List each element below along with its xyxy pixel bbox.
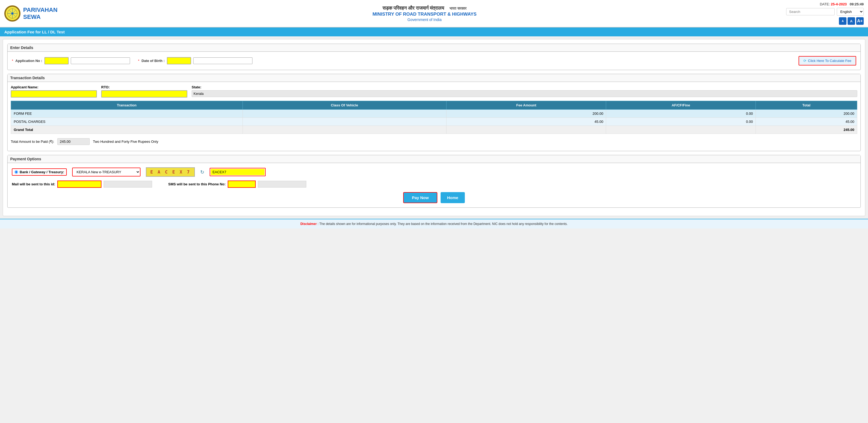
row2-vehicle-class [243, 118, 446, 126]
mail-input-ext[interactable] [104, 181, 152, 188]
state-label: State: [192, 85, 857, 89]
header-right: DATE: 25-4-2023 09:25:49 English Hindi A… [786, 2, 864, 25]
home-button[interactable]: Home [441, 192, 465, 203]
app-no-label: Application No : [16, 59, 42, 63]
applicant-field: Applicant Name: [11, 85, 97, 97]
grand-total-label: Grand Total [11, 126, 243, 134]
main-content: Enter Details * Application No : * Date … [3, 39, 865, 216]
grand-total-row: Grand Total 245.00 [11, 126, 857, 134]
payment-body: Bank / Gateway / Treasury: KERALA New e-… [7, 163, 861, 207]
col-total: Total [756, 101, 857, 110]
logo: PARIVAHAN SEWA [4, 5, 58, 22]
col-fee-amount: Fee Amount [446, 101, 606, 110]
pay-now-button[interactable]: Pay Now [403, 192, 437, 203]
fee-table: Transaction Class Of Vehicle Fee Amount … [11, 101, 857, 134]
col-transaction: Transaction [11, 101, 243, 110]
payment-row1: Bank / Gateway / Treasury: KERALA New e-… [12, 167, 856, 177]
row1-transaction: FORM FEE [11, 110, 243, 118]
app-no-group: * Application No : [12, 57, 130, 64]
payment-row2: Mail will be sent to this id: SMS will b… [12, 180, 856, 188]
mail-label: Mail will be sent to this id: [12, 182, 55, 186]
captcha-refresh-icon[interactable]: ↻ [200, 169, 204, 175]
search-input[interactable] [786, 8, 835, 16]
state-field: State: [192, 85, 857, 97]
col-af-cf-fine: AF/CF/Fine [606, 101, 756, 110]
row1-af-cf-fine: 0.00 [606, 110, 756, 118]
logo-emblem [4, 5, 21, 22]
enter-details-title: Enter Details [7, 44, 861, 52]
grand-total-value: 245.00 [756, 126, 857, 134]
dob-input-full[interactable] [193, 57, 252, 64]
payment-options-title: Payment Options [7, 155, 861, 163]
row1-fee-amount: 200.00 [446, 110, 606, 118]
mail-input-wrap [57, 180, 101, 188]
table-row: POSTAL CHARGES 45.00 0.00 45.00 [11, 118, 857, 126]
sms-group: SMS will be sent to this Phone No: [168, 180, 306, 188]
rto-field: RTO: [101, 85, 187, 97]
app-no-input-full[interactable] [71, 57, 130, 64]
dob-input[interactable] [167, 57, 191, 64]
grand-total-blank3 [606, 126, 756, 134]
gateway-select[interactable]: KERALA New e-TREASURY OTHER BANK SBI [73, 168, 140, 176]
captcha-image: E A C E X 7 [146, 167, 195, 177]
total-amount-words: Two Hundred and Forty Five Rupees Only [93, 140, 158, 144]
total-amount-row: Total Amount to be Paid (₹): Two Hundred… [11, 136, 857, 148]
gateway-radio[interactable] [14, 170, 18, 174]
grand-total-blank2 [446, 126, 606, 134]
language-select[interactable]: English Hindi [837, 8, 864, 16]
enter-details-section: Enter Details * Application No : * Date … [7, 44, 861, 70]
font-medium-button[interactable]: A [847, 17, 855, 25]
sms-input-wrap [228, 180, 256, 188]
header-controls: English Hindi [786, 8, 864, 16]
header: PARIVAHAN SEWA सड़क परिवहन और राजमार्ग म… [0, 0, 868, 27]
captcha-input-wrap [210, 168, 266, 176]
hindi-title: सड़क परिवहन और राजमार्ग मंत्रालय भारत सर… [63, 5, 786, 11]
page-title: Application Fee for LL / DL Test [4, 30, 65, 34]
transaction-body: Applicant Name: RTO: State: Transaction [7, 82, 861, 151]
dob-label: Date of Birth : [142, 59, 165, 63]
state-input[interactable] [192, 90, 857, 97]
disclaimer-label: Disclaimer [300, 222, 317, 226]
applicant-label: Applicant Name: [11, 85, 97, 89]
row1-vehicle-class [243, 110, 446, 118]
font-size-controls: A A A+ [839, 17, 864, 25]
req-star-appno: * [12, 59, 13, 63]
calculate-fee-button[interactable]: ⟳ Click Here To Calculate Fee [799, 56, 856, 65]
rto-input[interactable] [101, 90, 187, 97]
action-buttons-row: Pay Now Home [12, 192, 856, 203]
row1-total: 200.00 [756, 110, 857, 118]
enter-details-row: * Application No : * Date of Birth : ⟳ C… [7, 52, 861, 70]
gov-title: Government of India [63, 18, 786, 22]
logo-line2: SEWA [23, 13, 58, 21]
captcha-input[interactable] [211, 169, 265, 175]
table-row: FORM FEE 200.00 0.00 200.00 [11, 110, 857, 118]
rto-label: RTO: [101, 85, 187, 89]
gateway-radio-label[interactable]: Bank / Gateway / Treasury: [12, 168, 67, 176]
calc-icon: ⟳ [803, 59, 806, 63]
sms-label: SMS will be sent to this Phone No: [168, 182, 225, 186]
applicant-input[interactable] [11, 90, 97, 97]
row2-fee-amount: 45.00 [446, 118, 606, 126]
logo-line1: PARIVAHAN [23, 6, 58, 13]
date-time: DATE: 25-4-2023 09:25:49 [820, 2, 864, 6]
sms-input[interactable] [228, 181, 255, 187]
transaction-details-section: Transaction Details Applicant Name: RTO:… [7, 74, 861, 151]
col-vehicle-class: Class Of Vehicle [243, 101, 446, 110]
mail-input[interactable] [58, 181, 101, 187]
row2-transaction: POSTAL CHARGES [11, 118, 243, 126]
total-amount-label: Total Amount to be Paid (₹): [11, 140, 54, 144]
transaction-details-title: Transaction Details [7, 74, 861, 82]
mail-group: Mail will be sent to this id: [12, 180, 152, 188]
english-title: MINISTRY OF ROAD TRANSPORT & HIGHWAYS [63, 11, 786, 17]
payment-options-section: Payment Options Bank / Gateway / Treasur… [7, 155, 861, 208]
app-no-input[interactable] [44, 57, 69, 64]
transaction-fields-row: Applicant Name: RTO: State: [11, 85, 857, 97]
font-large-button[interactable]: A+ [856, 17, 864, 25]
footer: Disclaimer : The details shown are for i… [0, 219, 868, 228]
total-amount-input[interactable] [57, 138, 90, 145]
row2-af-cf-fine: 0.00 [606, 118, 756, 126]
sms-input-ext[interactable] [258, 181, 306, 188]
logo-text: PARIVAHAN SEWA [23, 6, 58, 21]
row2-total: 45.00 [756, 118, 857, 126]
font-small-button[interactable]: A [839, 17, 846, 25]
